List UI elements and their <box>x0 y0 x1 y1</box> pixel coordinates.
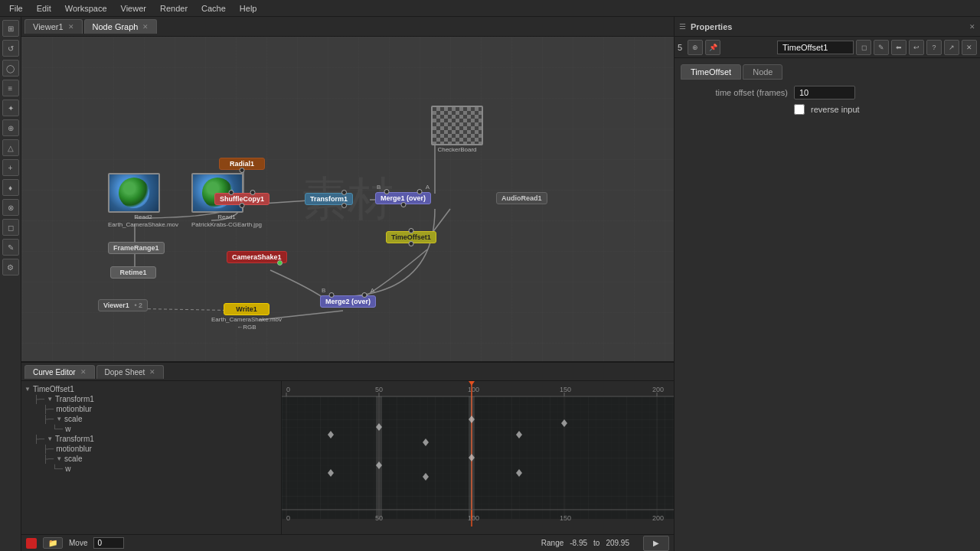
props-tool-2[interactable]: ✎ <box>874 40 889 55</box>
node-checkerboard[interactable]: CheckerBoard <box>431 106 483 153</box>
read1-sublabel: PatrickKrabs-CGEarth.jpg <box>191 221 262 228</box>
tab-viewer1-close[interactable]: ✕ <box>68 23 74 31</box>
merge1-input-b <box>384 189 389 194</box>
menu-workspace[interactable]: Workspace <box>59 2 113 15</box>
read1-label: Read1 <box>191 214 262 220</box>
svg-text:0: 0 <box>286 514 290 522</box>
node-framerange1[interactable]: FrameRange1 <box>108 242 165 254</box>
prop-row-timeoffset: time offset (frames) <box>681 86 974 99</box>
tab-curve-editor-close[interactable]: ✕ <box>80 368 87 376</box>
props-tool-pin[interactable]: 📌 <box>705 40 720 55</box>
prop-timeoffset-label: time offset (frames) <box>681 88 788 97</box>
tab-timeoffset[interactable]: TimeOffset <box>681 64 741 80</box>
toolbar-btn-1[interactable]: ↺ <box>2 40 19 57</box>
props-tool-help[interactable]: ? <box>926 40 942 55</box>
menu-file[interactable]: File <box>3 2 29 15</box>
props-close[interactable]: ✕ <box>969 23 975 31</box>
props-content: TimeOffset Node time offset (frames) rev… <box>675 58 980 551</box>
toolbar-btn-2[interactable]: ◯ <box>2 60 19 77</box>
node-merge2[interactable]: B A Merge2 (over) <box>320 295 376 308</box>
menu-render[interactable]: Render <box>154 2 194 15</box>
timeoffset1-input <box>408 228 413 233</box>
prop-row-reverse: reverse input <box>681 104 974 115</box>
menu-edit[interactable]: Edit <box>31 2 57 15</box>
node-name-input[interactable] <box>777 41 854 54</box>
tab-node[interactable]: Node <box>743 64 782 80</box>
toolbar-btn-9[interactable]: ⊗ <box>2 199 19 216</box>
props-tool-3[interactable]: ⬅ <box>891 40 906 55</box>
folder-btn[interactable]: 📁 <box>43 537 63 549</box>
props-tool-mask[interactable]: ⊕ <box>688 40 703 55</box>
node-camerashake1[interactable]: CameraShake1 <box>227 251 287 263</box>
prop-timeoffset-input[interactable] <box>794 86 855 99</box>
props-num: 5 <box>678 43 682 52</box>
svg-rect-1 <box>282 381 674 534</box>
tab-curve-editor[interactable]: Curve Editor ✕ <box>24 365 95 379</box>
tree-transform1-2[interactable]: ├─ ▼ Transform1 <box>24 434 278 444</box>
tab-dope-sheet-close[interactable]: ✕ <box>149 368 155 376</box>
record-btn[interactable] <box>26 538 37 549</box>
node-retime1[interactable]: Retime1 <box>110 266 156 279</box>
read2-label: Read2 <box>108 214 178 220</box>
merge2-input-b <box>328 292 334 298</box>
read2-sublabel: Earth_CameraShake.mov <box>108 221 178 228</box>
toolbar-btn-4[interactable]: ✦ <box>2 99 19 116</box>
tree-motionblur-2[interactable]: ├─ motionblur <box>24 444 278 454</box>
node-write1[interactable]: Write1 Earth_CameraShake.mov ←RGB <box>211 303 282 331</box>
node-graph[interactable]: 素材 <box>21 37 674 361</box>
node-timeoffset1[interactable]: TimeOffset1 <box>386 231 436 243</box>
svg-text:50: 50 <box>375 514 383 522</box>
menu-cache[interactable]: Cache <box>195 2 232 15</box>
toolbar-btn-0[interactable]: ⊞ <box>2 20 19 37</box>
tree-timeoffset1[interactable]: ▼ TimeOffset1 <box>24 384 278 394</box>
prop-reverse-checkbox[interactable] <box>794 104 805 115</box>
tab-viewer1[interactable]: Viewer1 ✕ <box>24 19 83 34</box>
toolbar-btn-3[interactable]: ≡ <box>2 80 19 96</box>
node-transform1[interactable]: Transform1 <box>305 193 353 205</box>
play-btn[interactable]: ▶ <box>643 536 669 551</box>
props-toolbar: 5 ⊕ 📌 ◻ ✎ ⬅ ↩ ? ↗ ✕ <box>675 37 980 58</box>
curve-editor-area: ▼ TimeOffset1 ├─ ▼ Transform1 ├─ motionb… <box>21 381 674 534</box>
curve-canvas[interactable]: 0 50 100 150 200 <box>282 381 674 534</box>
tree-scale-1[interactable]: ├─ ▼ scale <box>24 414 278 424</box>
svg-text:100: 100 <box>468 386 479 393</box>
props-tool-1[interactable]: ◻ <box>856 40 871 55</box>
props-title: Properties <box>691 22 732 31</box>
range-label: Range <box>541 539 564 547</box>
svg-text:200: 200 <box>652 386 664 393</box>
toolbar-btn-7[interactable]: + <box>2 159 19 176</box>
tree-w-2[interactable]: └─ w <box>24 464 278 474</box>
node-viewer1[interactable]: Viewer1 • 2 <box>98 299 148 311</box>
menu-viewer[interactable]: Viewer <box>115 2 152 15</box>
mode-label: Move <box>69 539 87 547</box>
node-merge1[interactable]: B A Merge1 (over) <box>375 192 431 204</box>
tree-w-1[interactable]: └─ w <box>24 424 278 434</box>
node-radial1[interactable]: Radial1 <box>219 158 265 170</box>
tree-scale-2[interactable]: ├─ ▼ scale <box>24 454 278 464</box>
tree-motionblur-1[interactable]: ├─ motionblur <box>24 404 278 414</box>
menu-help[interactable]: Help <box>234 2 263 15</box>
toolbar-btn-12[interactable]: ⚙ <box>2 259 19 276</box>
tab-nodegraph-close[interactable]: ✕ <box>142 23 149 31</box>
node-read2[interactable]: Read2 Earth_CameraShake.mov <box>108 173 178 228</box>
menubar: File Edit Workspace Viewer Render Cache … <box>0 0 980 17</box>
node-audioread1[interactable]: AudioRead1 <box>496 192 547 204</box>
center-area: Viewer1 ✕ Node Graph ✕ 素材 <box>21 17 674 551</box>
node-shufflecopy1[interactable]: ShuffleCopy1 <box>214 193 270 205</box>
toolbar-btn-10[interactable]: ◻ <box>2 219 19 236</box>
radial1-output-port <box>240 168 245 173</box>
props-tool-arrow[interactable]: ↗ <box>944 40 959 55</box>
svg-text:0: 0 <box>286 386 290 393</box>
toolbar-btn-5[interactable]: ⊕ <box>2 119 19 136</box>
toolbar-btn-11[interactable]: ✎ <box>2 239 19 256</box>
mode-value-input[interactable] <box>93 537 124 549</box>
props-header: ☰ Properties ✕ <box>675 17 980 37</box>
tab-nodegraph[interactable]: Node Graph ✕ <box>84 19 158 34</box>
svg-text:150: 150 <box>560 514 571 522</box>
toolbar-btn-6[interactable]: △ <box>2 139 19 156</box>
props-tool-4[interactable]: ↩ <box>909 40 924 55</box>
tab-dope-sheet[interactable]: Dope Sheet ✕ <box>96 365 165 379</box>
tree-transform1-1[interactable]: ├─ ▼ Transform1 <box>24 394 278 404</box>
toolbar-btn-8[interactable]: ♦ <box>2 179 19 196</box>
props-tool-close[interactable]: ✕ <box>962 40 977 55</box>
